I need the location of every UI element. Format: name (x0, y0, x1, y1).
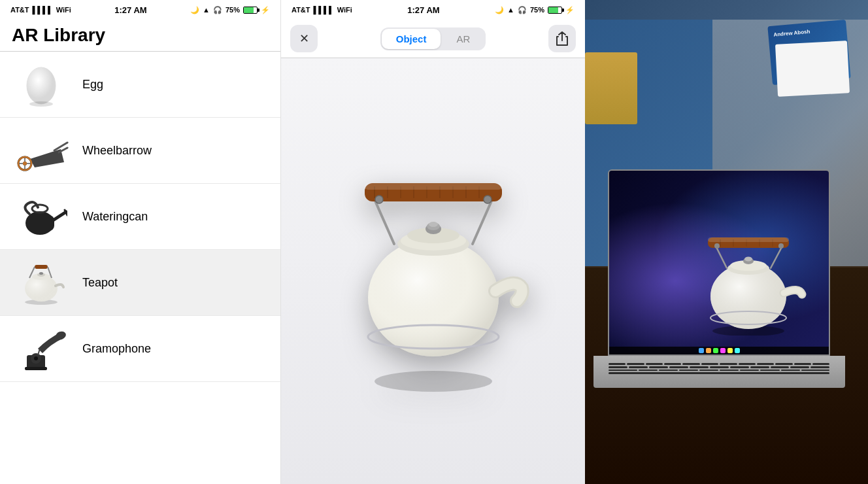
key (649, 366, 668, 368)
keyboard-row (609, 366, 830, 368)
keyboard-row (609, 372, 830, 374)
key (669, 366, 688, 368)
share-button[interactable] (548, 25, 576, 52)
svg-point-34 (368, 239, 499, 356)
dock-icon (735, 348, 740, 353)
right-panel: Andrew Abosh (585, 0, 868, 484)
mid-status-left: AT&T ▌▌▌▌ WiFi (292, 6, 352, 14)
tab-ar[interactable]: AR (442, 29, 484, 49)
svg-rect-13 (27, 215, 54, 231)
battery-label: 75% (225, 6, 240, 14)
left-status-time: 1:27 AM (114, 5, 146, 15)
key (690, 366, 709, 368)
svg-point-29 (34, 356, 38, 360)
ar-teapot-overlay (684, 221, 815, 339)
moon-icon: 🌙 (190, 6, 199, 14)
list-item-teapot[interactable]: Teapot (0, 250, 280, 316)
wheelbarrow-icon (12, 130, 71, 172)
svg-point-1 (27, 67, 56, 104)
key (609, 372, 830, 374)
mid-signal: ▌▌▌▌ (314, 6, 334, 14)
key (739, 363, 756, 365)
egg-label: Egg (82, 78, 103, 92)
teapot-small-icon (15, 260, 67, 305)
mid-carrier: AT&T (292, 6, 310, 14)
charging-icon: ⚡ (261, 6, 270, 14)
key (771, 366, 790, 368)
list-item-gramophone[interactable]: Gramophone (0, 316, 280, 382)
key (781, 370, 800, 372)
svg-line-65 (716, 246, 727, 268)
list-item-egg[interactable]: Egg (0, 52, 280, 118)
key (682, 363, 699, 365)
card-name: Andrew Abosh (773, 28, 810, 39)
list-item-wateringcan[interactable]: Wateringcan (0, 184, 280, 250)
mid-loc: ▲ (507, 6, 514, 14)
page-title: AR Library (0, 20, 280, 51)
battery-icon (243, 7, 258, 14)
svg-rect-23 (35, 265, 48, 269)
svg-line-14 (53, 212, 66, 220)
svg-line-43 (473, 199, 492, 244)
dock-icon (699, 348, 704, 353)
teapot-main-view (322, 147, 544, 396)
key (609, 366, 627, 368)
svg-point-40 (429, 222, 438, 227)
mid-charge: ⚡ (565, 6, 575, 14)
tab-object[interactable]: Object (382, 29, 441, 49)
carrier-label: AT&T (10, 6, 29, 14)
key (720, 363, 737, 365)
business-card-area: Andrew Abosh (731, 23, 848, 121)
key (794, 363, 811, 365)
key (679, 370, 698, 372)
key (710, 366, 729, 368)
svg-rect-54 (365, 183, 502, 190)
middle-status-bar: AT&T ▌▌▌▌ WiFi 1:27 AM 🌙 ▲ 🎧 75% ⚡ (281, 0, 585, 20)
view-tab-group: Object AR (380, 27, 486, 50)
key (659, 370, 678, 372)
svg-point-2 (29, 101, 53, 107)
key (760, 370, 779, 372)
mid-moon: 🌙 (495, 6, 504, 14)
dock-icons (699, 348, 740, 353)
key (812, 363, 829, 365)
macbook-taskbar (609, 347, 829, 354)
svg-point-32 (375, 371, 492, 392)
keyboard-row (609, 363, 830, 365)
wateringcan-thumbnail (12, 190, 71, 243)
close-icon: ✕ (299, 31, 309, 46)
keyboard-row (609, 370, 830, 372)
wateringcan-icon (15, 196, 67, 238)
dock-icon (713, 348, 718, 353)
left-status-left: AT&T ▌▌▌▌ WiFi (10, 6, 71, 14)
svg-line-66 (771, 246, 782, 268)
key (701, 363, 718, 365)
tab-object-label: Object (396, 33, 427, 44)
list-item-wheelbarrow[interactable]: Wheelbarrow (0, 118, 280, 184)
key (699, 370, 718, 372)
share-icon (556, 31, 568, 46)
svg-point-55 (375, 196, 383, 203)
key (609, 370, 637, 372)
left-panel: AT&T ▌▌▌▌ WiFi 1:27 AM 🌙 ▲ 🎧 75% ⚡ AR Li… (0, 0, 281, 484)
close-button[interactable]: ✕ (290, 25, 318, 52)
key (810, 366, 829, 368)
key (629, 366, 648, 368)
middle-panel: AT&T ▌▌▌▌ WiFi 1:27 AM 🌙 ▲ 🎧 75% ⚡ ✕ Obj… (281, 0, 585, 484)
svg-point-11 (23, 162, 27, 165)
svg-point-22 (39, 272, 43, 275)
left-status-bar: AT&T ▌▌▌▌ WiFi 1:27 AM 🌙 ▲ 🎧 75% ⚡ (0, 0, 280, 20)
white-card (775, 41, 850, 97)
key (627, 363, 644, 365)
key (750, 366, 769, 368)
gramophone-label: Gramophone (82, 342, 151, 356)
key (757, 363, 774, 365)
svg-rect-27 (25, 367, 47, 370)
dock-icon (720, 348, 726, 353)
svg-line-42 (375, 199, 394, 244)
svg-point-56 (484, 196, 492, 203)
key (646, 363, 663, 365)
svg-point-74 (714, 243, 720, 249)
ar-teapot-icon (684, 221, 815, 336)
yellow-envelope (585, 52, 637, 124)
